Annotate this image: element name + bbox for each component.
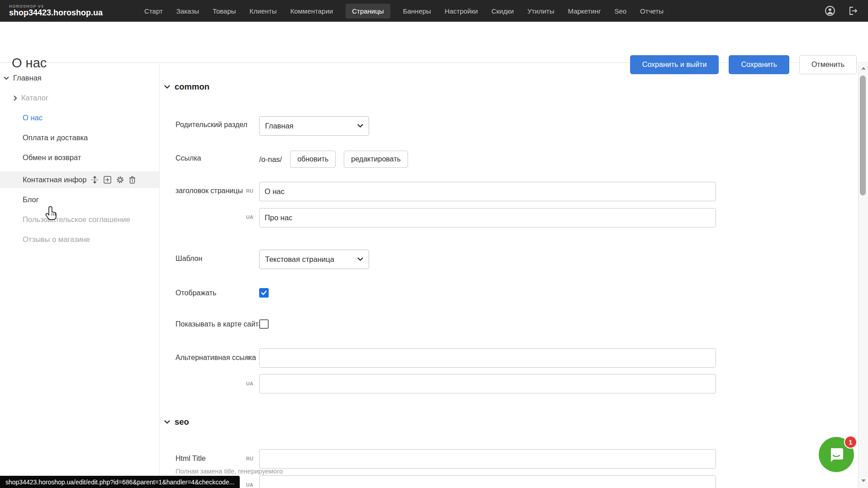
cancel-button[interactable]: Отменить — [799, 55, 857, 74]
sidebar-item-oplata-i-dostavka[interactable]: Оплата и доставка — [0, 129, 159, 146]
sidebar-item-label: Каталог — [21, 94, 48, 102]
scroll-down-arrow-icon[interactable] — [861, 479, 866, 482]
sidebar-item-label: Блог — [23, 195, 39, 204]
parent-section-value: Главная — [265, 122, 294, 130]
chevron-down-icon — [357, 257, 363, 261]
page-title-label: заголовок страницы — [175, 187, 243, 195]
template-value: Текстовая страница — [265, 255, 334, 264]
alt-link-ru-input[interactable] — [259, 348, 716, 368]
sidebar-item-label: Пользовательское соглашение — [23, 215, 130, 224]
link-label: Ссылка — [175, 154, 201, 162]
check-icon — [261, 290, 267, 295]
page-title-ru-input[interactable] — [259, 182, 716, 201]
move-icon[interactable] — [91, 176, 99, 184]
lang-ru-badge: RU — [246, 188, 258, 194]
add-icon[interactable] — [104, 176, 111, 184]
page-header: О нас Сохранить и выйти Сохранить Отмени… — [0, 22, 868, 63]
nav-banners[interactable]: Баннеры — [402, 4, 432, 19]
chevron-right-icon[interactable] — [14, 95, 17, 101]
sidebar-item-obmen-i-vozvrat[interactable]: Обмен и возврат — [0, 149, 159, 166]
link-path: /o-nas/ — [259, 155, 282, 164]
lang-ua-badge: UA — [246, 214, 258, 220]
save-button[interactable]: Сохранить — [729, 55, 789, 74]
display-checkbox[interactable] — [259, 288, 269, 298]
alt-link-ua-input[interactable] — [259, 374, 716, 393]
lang-ru-badge: RU — [246, 456, 258, 461]
chat-bubble-icon — [827, 445, 845, 464]
scrollbar-thumb[interactable] — [860, 76, 866, 195]
nav-reports[interactable]: Отчеты — [639, 4, 664, 19]
parent-section-select[interactable]: Главная — [259, 116, 369, 136]
html-title-hint: Полная замена title, генерируемого — [175, 468, 283, 475]
tree-item-actions — [91, 176, 136, 184]
sitemap-checkbox[interactable] — [259, 319, 269, 329]
page-title-ua-input[interactable] — [259, 208, 716, 227]
section-common: common — [164, 82, 209, 92]
nav-start[interactable]: Старт — [143, 4, 164, 19]
nav-utilities[interactable]: Утилиты — [526, 4, 555, 19]
collapse-common-icon[interactable] — [164, 85, 170, 89]
nav-discounts[interactable]: Скидки — [490, 4, 514, 19]
nav-products[interactable]: Товары — [212, 4, 237, 19]
sidebar-item-label: Оплата и доставка — [23, 133, 88, 142]
nav-comments[interactable]: Комментарии — [289, 4, 334, 19]
sidebar-item-label: О нас — [23, 114, 43, 122]
template-label: Шаблон — [175, 255, 202, 263]
link-refresh-button[interactable]: обновить — [290, 151, 336, 168]
sitemap-label: Показывать в карте сайта — [175, 320, 262, 328]
sidebar-item-label: Обмен и возврат — [23, 153, 81, 162]
html-title-ua-input[interactable] — [259, 475, 716, 488]
chevron-down-icon[interactable] — [4, 76, 9, 80]
nav-settings[interactable]: Настройки — [444, 4, 479, 19]
topbar: HOROSHOP V4 shop34423.horoshop.ua Старт … — [0, 0, 868, 22]
link-edit-button[interactable]: редактировать — [344, 151, 408, 168]
save-and-exit-button[interactable]: Сохранить и выйти — [630, 55, 719, 74]
sidebar-item-polzovatelskoe-soglashenie[interactable]: Пользовательское соглашение — [0, 211, 159, 228]
nav-marketing[interactable]: Маркетинг — [567, 4, 602, 19]
alt-link-label: Альтернативная ссылка — [175, 354, 256, 362]
sidebar-item-blog[interactable]: Блог — [0, 191, 159, 208]
html-title-ru-input[interactable] — [259, 449, 716, 469]
logout-icon[interactable] — [847, 5, 858, 16]
section-common-title: common — [175, 82, 209, 92]
lang-ru-badge: RU — [246, 355, 258, 360]
nav-clients[interactable]: Клиенты — [249, 4, 278, 19]
sidebar-item-katalog[interactable]: Каталог — [0, 90, 159, 106]
sidebar-item-o-nas[interactable]: О нас — [0, 109, 159, 126]
nav-seo[interactable]: Seo — [613, 4, 627, 19]
template-select[interactable]: Текстовая страница — [259, 250, 369, 269]
sidebar-item-label: Контактная инфор — [23, 175, 86, 184]
chevron-down-icon — [357, 124, 363, 128]
nav-orders[interactable]: Заказы — [175, 4, 200, 19]
lang-ua-badge: UA — [246, 381, 258, 386]
brand-logo[interactable]: HOROSHOP V4 shop34423.horoshop.ua — [9, 5, 103, 17]
link-status-tooltip: shop34423.horoshop.ua/edit/edit.php?id=6… — [0, 476, 240, 488]
html-title-label: Html Title — [175, 455, 206, 463]
chat-unread-badge: 1 — [844, 436, 857, 449]
sidebar-item-label: Отзывы о магазине — [23, 235, 90, 244]
sidebar-item-kontaktnaya-informaciya[interactable]: Контактная инфор — [0, 171, 159, 188]
page-title: О нас — [12, 56, 47, 71]
page-tree-sidebar: Главная Каталог О нас Оплата и доставка … — [0, 63, 159, 488]
lang-ua-badge: UA — [246, 482, 258, 488]
nav-pages[interactable]: Страницы — [346, 4, 390, 19]
sidebar-item-otzyvy-o-magazine[interactable]: Отзывы о магазине — [0, 231, 159, 248]
sidebar-item-label: Главная — [13, 74, 42, 82]
parent-section-label: Родительский раздел — [175, 121, 247, 129]
brand-domain: shop34423.horoshop.ua — [9, 9, 103, 17]
sidebar-item-glavnaya[interactable]: Главная — [0, 70, 159, 86]
trash-icon[interactable] — [129, 176, 136, 184]
main-nav: Старт Заказы Товары Клиенты Комментарии … — [143, 4, 664, 19]
display-label: Отображать — [175, 289, 216, 297]
section-seo: seo — [164, 417, 189, 427]
gear-icon[interactable] — [116, 176, 124, 184]
section-seo-title: seo — [175, 417, 189, 427]
account-icon[interactable] — [825, 5, 835, 16]
collapse-seo-icon[interactable] — [164, 420, 170, 424]
page-edit-form: common Родительский раздел Главная Ссылк… — [160, 63, 858, 488]
scroll-up-arrow-icon[interactable] — [861, 67, 866, 70]
